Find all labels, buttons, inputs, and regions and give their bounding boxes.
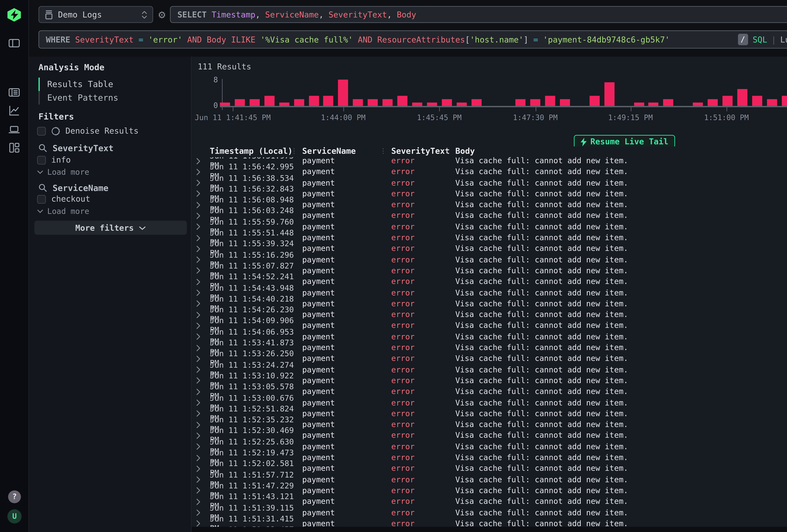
sidebar-toggle-icon[interactable] [8, 37, 20, 49]
row-expand-chevron-icon[interactable] [196, 432, 210, 439]
row-expand-chevron-icon[interactable] [196, 333, 210, 340]
source-settings-gear-icon[interactable]: ⚙ [154, 6, 169, 23]
where-filter-input[interactable]: WHERE SeverityText = 'error' AND Body IL… [38, 30, 787, 49]
row-expand-chevron-icon[interactable] [196, 344, 210, 351]
checkout-checkbox[interactable] [37, 194, 46, 204]
checkout-label[interactable]: checkout [51, 194, 90, 204]
histogram-bar[interactable] [338, 79, 348, 106]
horizontal-scrollbar[interactable] [191, 527, 787, 532]
help-button[interactable]: ? [8, 490, 21, 503]
histogram-bar[interactable] [648, 103, 659, 106]
histogram-bar[interactable] [427, 103, 437, 106]
user-avatar[interactable]: U [7, 509, 22, 524]
row-expand-chevron-icon[interactable] [196, 322, 210, 329]
info-checkbox[interactable] [37, 155, 46, 164]
servicename-load-more[interactable]: Load more [37, 206, 89, 216]
row-expand-chevron-icon[interactable] [196, 399, 210, 406]
select-columns-input[interactable]: SELECT Timestamp, ServiceName, SeverityT… [170, 6, 787, 23]
chart-explorer-icon[interactable] [8, 105, 20, 116]
histogram-bar[interactable] [752, 96, 762, 106]
row-expand-chevron-icon[interactable] [196, 267, 210, 274]
row-expand-chevron-icon[interactable] [196, 212, 210, 219]
histogram-bar[interactable] [663, 99, 673, 106]
histogram-bar[interactable] [515, 99, 526, 106]
row-expand-chevron-icon[interactable] [196, 465, 210, 472]
column-resize-icon[interactable]: ⋮ [291, 147, 297, 154]
histogram-bar[interactable] [294, 99, 304, 106]
app-logo-icon[interactable] [7, 8, 21, 22]
histogram-bar[interactable] [323, 96, 334, 106]
results-histogram[interactable] [220, 79, 787, 106]
histogram-bar[interactable] [442, 99, 452, 106]
row-expand-chevron-icon[interactable] [196, 179, 210, 186]
row-expand-chevron-icon[interactable] [196, 234, 210, 241]
severitytext-load-more[interactable]: Load more [37, 167, 89, 177]
log-row[interactable]: Jun 11 1:56:51.975 PMpaymenterrorVisa ca… [191, 156, 787, 162]
dashboards-icon[interactable] [8, 142, 20, 154]
histogram-bar[interactable] [737, 89, 747, 106]
histogram-bar[interactable] [309, 96, 319, 106]
histogram-bar[interactable] [456, 103, 467, 106]
histogram-bar[interactable] [708, 99, 718, 106]
row-expand-chevron-icon[interactable] [196, 443, 210, 450]
col-body[interactable]: Body [455, 146, 787, 157]
search-logs-icon[interactable] [8, 86, 20, 99]
row-expand-chevron-icon[interactable] [196, 157, 210, 164]
row-expand-chevron-icon[interactable] [196, 300, 210, 307]
histogram-bar[interactable] [368, 99, 378, 106]
row-expand-chevron-icon[interactable] [196, 201, 210, 208]
source-select[interactable]: Demo Logs [38, 6, 153, 23]
sql-mode-toggle[interactable]: SQL [753, 35, 767, 44]
row-expand-chevron-icon[interactable] [196, 289, 210, 296]
histogram-bar[interactable] [220, 103, 230, 106]
histogram-bar[interactable] [235, 99, 245, 106]
row-expand-chevron-icon[interactable] [196, 421, 210, 428]
row-expand-chevron-icon[interactable] [196, 509, 210, 516]
histogram-bar[interactable] [264, 96, 274, 106]
row-expand-chevron-icon[interactable] [196, 377, 210, 384]
row-expand-chevron-icon[interactable] [196, 223, 210, 230]
severitytext-field-label[interactable]: SeverityText [52, 143, 113, 153]
column-resize-icon[interactable]: ⋮ [380, 147, 387, 154]
row-expand-chevron-icon[interactable] [196, 454, 210, 461]
col-timestamp[interactable]: Timestamp (Local) [210, 146, 302, 157]
histogram-bar[interactable] [412, 103, 422, 106]
histogram-bar[interactable] [590, 96, 599, 106]
sessions-icon[interactable] [8, 123, 20, 135]
row-expand-chevron-icon[interactable] [196, 487, 210, 494]
mode-event-patterns[interactable]: Event Patterns [38, 91, 182, 105]
row-expand-chevron-icon[interactable] [196, 366, 210, 373]
histogram-bar[interactable] [397, 96, 407, 106]
denoise-checkbox[interactable] [37, 127, 46, 135]
histogram-bar[interactable] [767, 99, 777, 106]
row-expand-chevron-icon[interactable] [196, 476, 210, 483]
histogram-bar[interactable] [604, 83, 614, 106]
histogram-bar[interactable] [782, 96, 787, 106]
histogram-bar[interactable] [279, 103, 289, 106]
histogram-bar[interactable] [560, 99, 570, 106]
row-expand-chevron-icon[interactable] [196, 410, 210, 417]
servicename-field-label[interactable]: ServiceName [52, 183, 108, 193]
histogram-bar[interactable] [545, 96, 555, 106]
histogram-bar[interactable] [471, 99, 481, 106]
row-expand-chevron-icon[interactable] [196, 311, 210, 318]
row-expand-chevron-icon[interactable] [196, 498, 210, 505]
row-expand-chevron-icon[interactable] [196, 245, 210, 252]
column-resize-icon[interactable]: ⋮ [444, 147, 451, 154]
row-expand-chevron-icon[interactable] [196, 190, 210, 197]
histogram-bar[interactable] [250, 99, 259, 106]
info-label[interactable]: info [51, 155, 71, 165]
lucene-mode-toggle[interactable]: Lucene [780, 35, 787, 44]
histogram-bar[interactable] [634, 103, 644, 106]
row-expand-chevron-icon[interactable] [196, 256, 210, 263]
histogram-bar[interactable] [693, 103, 703, 106]
row-expand-chevron-icon[interactable] [196, 388, 210, 395]
row-expand-chevron-icon[interactable] [196, 168, 210, 175]
col-servicename[interactable]: ServiceName [302, 146, 391, 157]
mode-results-table[interactable]: Results Table [38, 78, 182, 91]
histogram-bar[interactable] [530, 99, 540, 106]
histogram-bar[interactable] [382, 99, 392, 106]
row-expand-chevron-icon[interactable] [196, 278, 210, 285]
row-expand-chevron-icon[interactable] [196, 519, 210, 527]
more-filters-button[interactable]: More filters [35, 220, 187, 235]
